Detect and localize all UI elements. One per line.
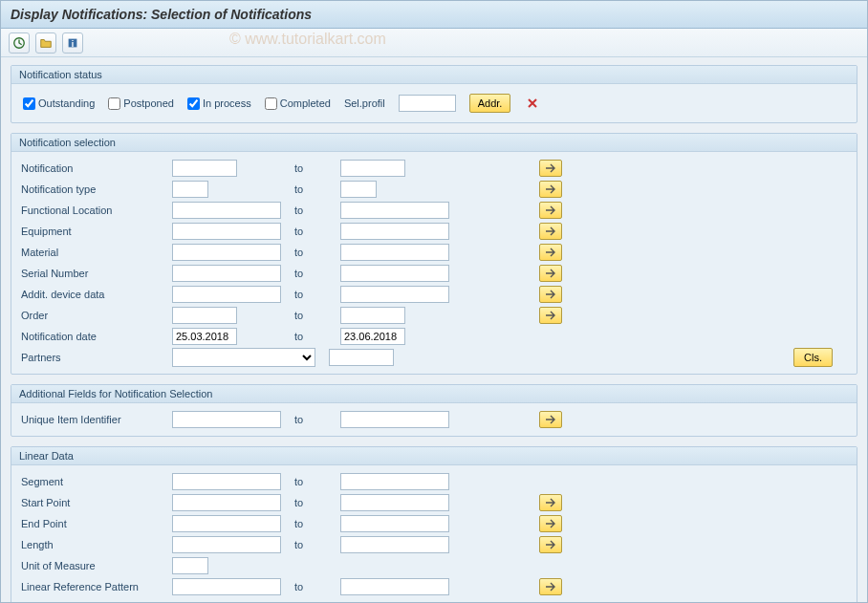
arrow-right-icon: [545, 540, 556, 549]
to-input[interactable]: [340, 181, 377, 198]
arrow-right-icon: [545, 163, 556, 173]
multiple-selection-button[interactable]: [539, 265, 562, 282]
to-label: to: [294, 268, 333, 279]
from-input[interactable]: [172, 265, 281, 282]
addr-button[interactable]: Addr.: [469, 94, 511, 113]
field-label: Functional Location: [21, 205, 164, 216]
from-input[interactable]: [172, 202, 281, 219]
to-input[interactable]: [340, 494, 449, 511]
selection-row: Start Pointto: [21, 492, 847, 513]
multiple-selection-button[interactable]: [539, 223, 562, 240]
field-label: Length: [21, 539, 164, 550]
multiple-selection-button[interactable]: [539, 307, 562, 324]
to-label: to: [294, 205, 333, 216]
linear-data-group: Linear Data SegmenttoStart PointtoEnd Po…: [11, 446, 857, 603]
multiple-selection-button[interactable]: [539, 202, 562, 219]
arrow-right-icon: [545, 205, 556, 215]
linear-group-title: Linear Data: [11, 447, 857, 465]
to-input[interactable]: [340, 160, 405, 177]
sel-profil-input[interactable]: [399, 95, 456, 112]
multiple-selection-button[interactable]: [539, 160, 562, 177]
multiple-selection-button[interactable]: [539, 411, 562, 428]
selection-row: End Pointto: [21, 513, 847, 534]
to-input[interactable]: [340, 473, 449, 490]
selection-row: Unit of Measure: [21, 555, 847, 576]
arrow-right-icon: [545, 184, 556, 194]
to-input[interactable]: [340, 307, 405, 324]
from-input[interactable]: [172, 578, 281, 595]
from-input[interactable]: [172, 244, 281, 261]
from-input[interactable]: [172, 411, 281, 428]
field-label: Linear Reference Pattern: [21, 581, 164, 592]
from-input[interactable]: [172, 328, 237, 345]
partners-text-input[interactable]: [329, 349, 394, 366]
to-input[interactable]: [340, 223, 449, 240]
from-input[interactable]: [172, 181, 208, 198]
from-input[interactable]: [172, 515, 281, 532]
variant-button[interactable]: [35, 32, 56, 54]
to-label: to: [294, 226, 333, 237]
multiple-selection-button[interactable]: [539, 286, 562, 303]
to-label: to: [294, 183, 333, 195]
in-process-input[interactable]: [187, 97, 200, 110]
sel-profil-label: Sel.profil: [344, 97, 385, 109]
cls-button[interactable]: Cls.: [793, 348, 833, 367]
postponed-input[interactable]: [108, 97, 120, 110]
from-input[interactable]: [172, 160, 237, 177]
field-label: Start Point: [21, 497, 164, 508]
to-label: to: [294, 310, 333, 321]
info-button[interactable]: i: [62, 32, 83, 54]
multiple-selection-button[interactable]: [539, 244, 562, 261]
from-input[interactable]: [172, 536, 281, 553]
from-input[interactable]: [172, 286, 281, 303]
partners-select[interactable]: [172, 348, 315, 367]
to-input[interactable]: [340, 578, 449, 595]
additional-fields-group: Additional Fields for Notification Selec…: [11, 384, 857, 437]
outstanding-checkbox[interactable]: Outstanding: [23, 97, 95, 110]
multiple-selection-button[interactable]: [539, 578, 562, 595]
completed-input[interactable]: [265, 97, 277, 110]
to-input[interactable]: [340, 265, 449, 282]
postponed-checkbox[interactable]: Postponed: [108, 97, 174, 110]
multiple-selection-button[interactable]: [539, 515, 562, 532]
toolbar: i: [1, 29, 867, 57]
field-label: Order: [21, 310, 164, 321]
partners-row: PartnersCls.: [21, 347, 847, 368]
arrow-right-icon: [545, 269, 556, 278]
multiple-selection-button[interactable]: [539, 494, 562, 511]
to-input[interactable]: [340, 286, 449, 303]
to-label: to: [294, 497, 333, 508]
in-process-checkbox[interactable]: In process: [187, 97, 251, 110]
selection-row: Linear Reference Patternto: [21, 576, 847, 597]
to-input[interactable]: [340, 328, 405, 345]
multiple-selection-button[interactable]: [539, 536, 562, 553]
to-input[interactable]: [340, 202, 449, 219]
field-label: Equipment: [21, 226, 164, 237]
multiple-selection-button[interactable]: [539, 181, 562, 198]
to-input[interactable]: [340, 411, 449, 428]
partners-label: Partners: [21, 352, 164, 363]
to-input[interactable]: [340, 244, 449, 261]
from-input[interactable]: [172, 494, 281, 511]
outstanding-input[interactable]: [23, 97, 35, 110]
from-input[interactable]: [172, 557, 208, 574]
field-label: Addit. device data: [21, 289, 164, 300]
close-icon: [527, 97, 538, 109]
clear-button[interactable]: [524, 95, 541, 112]
to-label: to: [294, 476, 333, 487]
field-label: End Point: [21, 518, 164, 529]
selection-row: Equipmentto: [21, 221, 847, 242]
selection-row: Orderto: [21, 305, 847, 326]
field-label: Notification date: [21, 331, 164, 342]
to-label: to: [294, 331, 333, 342]
completed-checkbox[interactable]: Completed: [265, 97, 331, 110]
info-icon: i: [66, 36, 79, 50]
to-input[interactable]: [340, 515, 449, 532]
to-input[interactable]: [340, 536, 449, 553]
arrow-right-icon: [545, 248, 556, 257]
execute-button[interactable]: [9, 32, 30, 54]
from-input[interactable]: [172, 307, 237, 324]
arrow-right-icon: [545, 498, 556, 507]
from-input[interactable]: [172, 223, 281, 240]
from-input[interactable]: [172, 473, 281, 490]
